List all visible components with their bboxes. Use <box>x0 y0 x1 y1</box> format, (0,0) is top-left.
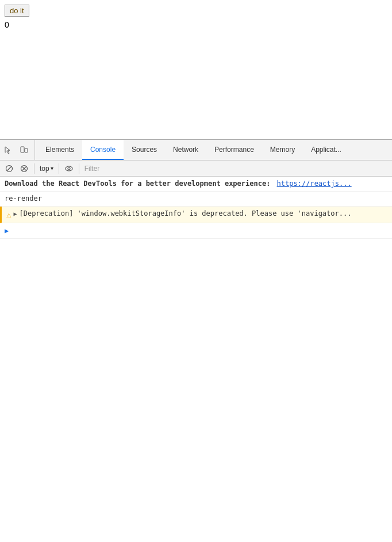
warning-icon: ⚠ <box>6 209 11 221</box>
svg-line-3 <box>7 166 11 171</box>
toolbar-separator-3 <box>79 163 79 174</box>
console-message-link[interactable]: https://reactjs... <box>277 179 352 189</box>
filter-input[interactable] <box>82 165 390 173</box>
tab-elements[interactable]: Elements <box>37 140 82 160</box>
console-message-rerender: re-render <box>0 192 392 207</box>
tab-application[interactable]: Applicat... <box>303 140 349 160</box>
svg-point-7 <box>66 166 72 171</box>
stop-icon[interactable] <box>17 162 31 175</box>
toolbar-separator-2 <box>59 163 59 174</box>
context-dropdown[interactable]: top ▾ <box>37 163 56 174</box>
counter-display: 0 <box>5 20 387 29</box>
expand-arrow-icon[interactable]: ▶ <box>13 210 17 218</box>
page-content: do it 0 <box>0 0 392 141</box>
custom-formatters-icon[interactable] <box>62 162 76 175</box>
tab-console[interactable]: Console <box>82 140 124 160</box>
device-toolbar-icon[interactable] <box>16 142 32 158</box>
prompt-arrow-icon: ▶ <box>5 226 9 236</box>
tab-performance[interactable]: Performance <box>206 140 262 160</box>
console-message-text-bold: Download the React DevTools for a better… <box>5 179 275 189</box>
toolbar-separator-1 <box>34 163 34 174</box>
console-message-react-devtools: Download the React DevTools for a better… <box>0 177 392 192</box>
console-message-deprecation: ⚠ ▶ [Deprecation] 'window.webkitStorageI… <box>0 207 392 224</box>
tab-network[interactable]: Network <box>165 140 206 160</box>
console-message-deprecation-text: [Deprecation] 'window.webkitStorageInfo'… <box>19 209 351 219</box>
devtools-tab-icons <box>0 140 35 160</box>
devtools-tabs-bar: Elements Console Sources Network Perform… <box>0 140 392 161</box>
tab-sources[interactable]: Sources <box>124 140 165 160</box>
console-output: Download the React DevTools for a better… <box>0 177 392 542</box>
inspect-element-icon[interactable] <box>0 142 16 158</box>
svg-rect-1 <box>25 148 28 152</box>
svg-rect-0 <box>21 147 24 152</box>
do-it-button[interactable]: do it <box>5 5 29 17</box>
tab-memory[interactable]: Memory <box>262 140 303 160</box>
chevron-down-icon: ▾ <box>51 165 53 171</box>
clear-console-button[interactable] <box>2 162 16 175</box>
devtools-panel: Elements Console Sources Network Perform… <box>0 139 392 542</box>
svg-point-8 <box>68 167 70 170</box>
console-toolbar: top ▾ <box>0 161 392 177</box>
console-message-rerender-text: re-render <box>5 194 42 204</box>
console-prompt-line: ▶ <box>0 223 392 239</box>
